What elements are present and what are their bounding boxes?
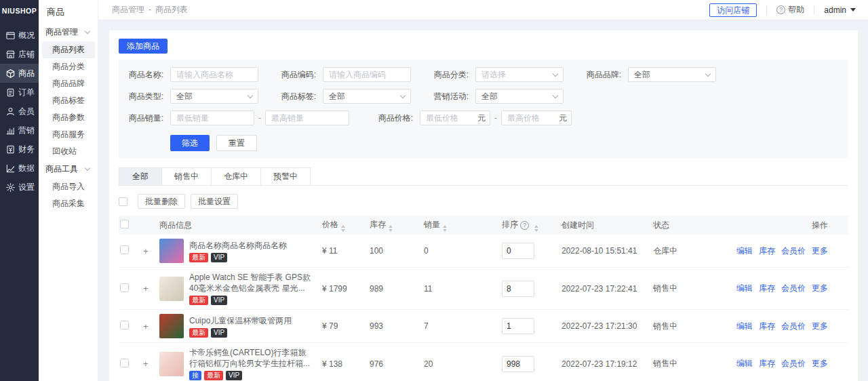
sidebar-item-finance[interactable]: 财务 [0,140,39,159]
tab-warning[interactable]: 预警中 [261,167,311,185]
sort-icon[interactable] [341,225,345,232]
action-edit[interactable]: 编辑 [736,246,753,256]
table-row: Apple Watch SE 智能手表 GPS款40毫米米金色铝金属表壳 星光.… [119,268,848,310]
sort-input[interactable] [502,356,534,372]
sidebar-item-goods[interactable]: 商品 [0,64,39,83]
cell-checkbox [119,310,142,343]
product-name[interactable]: Cuipo儿童保温杯带吸管两用 [189,315,292,326]
sidebar-item-goods-list[interactable]: 商品列表 [42,41,95,58]
sort-input[interactable] [502,318,534,334]
product-name-line: 商品名称商品名称商品名称 [189,240,287,251]
expand-toggle-icon[interactable] [143,321,149,332]
action-member-price[interactable]: 会员价 [781,246,806,256]
sidebar-item-shop[interactable]: 店铺 [0,45,39,64]
action-stock[interactable]: 库存 [759,283,775,293]
sort-icon[interactable] [389,225,393,232]
filter-label: 商品分类: [424,69,475,81]
row-checkbox[interactable] [120,245,129,254]
sidebar-item-goods-params[interactable]: 商品参数 [42,109,95,126]
nav-group-goods-tools[interactable]: 商品工具 [39,160,98,178]
sort-icon[interactable] [534,225,538,232]
sidebar-item-data[interactable]: 数据 [0,159,39,178]
row-checkbox[interactable] [120,321,129,329]
tab-on-sale[interactable]: 销售中 [162,167,212,185]
product-name[interactable]: Apple Watch SE 智能手表 GPS款40毫米米金色铝金属表壳 星光.… [189,272,311,294]
tab-all[interactable]: 全部 [119,167,162,185]
filter-reset-button[interactable]: 重置 [216,135,257,151]
sort-input[interactable] [502,243,534,259]
sidebar-item-goods-import[interactable]: 商品导入 [42,178,95,195]
row-checkbox[interactable] [120,283,129,292]
action-edit[interactable]: 编辑 [736,321,753,331]
add-product-button[interactable]: 添加商品 [119,39,167,54]
chevron-down-icon [553,71,558,76]
cell-actions: 编辑库存会员价更多 [723,343,848,381]
filter-select[interactable]: 全部 [628,67,716,82]
action-edit[interactable]: 编辑 [736,283,753,293]
column-header-stock[interactable]: 库存 [368,216,422,235]
sidebar-item-overview[interactable]: 概况 [0,26,39,45]
header-checkbox[interactable] [120,220,129,228]
sales-max-input[interactable] [265,111,349,125]
action-edit[interactable]: 编辑 [736,359,753,368]
select-all-checkbox[interactable] [119,197,127,206]
expand-toggle-icon[interactable] [143,283,149,294]
product-badges: 接最新VIP [189,371,310,380]
sidebar-item-orders[interactable]: 订单 [0,83,39,102]
product-name[interactable]: 卡帝乐鳄鱼(CARTELO)行李箱旅行箱铝框万向轮男女学生拉杆箱... [189,347,310,369]
action-stock[interactable]: 库存 [759,359,775,368]
column-header-sort[interactable]: 排序 [500,216,560,235]
action-stock[interactable]: 库存 [759,321,775,331]
question-circle-icon[interactable] [520,221,529,230]
batch-settings-button[interactable]: 批量设置 [191,194,238,209]
cell-sort [500,310,560,343]
action-more[interactable]: 更多 [812,246,828,256]
sidebar-item-goods-service[interactable]: 商品服务 [42,126,95,143]
filter-select[interactable]: 请选择 [475,67,564,82]
action-member-price[interactable]: 会员价 [781,283,806,293]
filter-submit-button[interactable]: 筛选 [170,135,210,151]
sidebar-item-goods-brand[interactable]: 商品品牌 [42,75,95,92]
sidebar-item-settings[interactable]: 设置 [0,178,39,197]
filter-input[interactable] [170,67,258,82]
sidebar-item-members[interactable]: 会员 [0,102,39,121]
cell-actions: 编辑库存会员价更多 [723,310,848,343]
action-member-price[interactable]: 会员价 [781,321,806,331]
filter-select[interactable]: 全部 [170,89,258,104]
breadcrumb-parent[interactable]: 商品管理 [112,5,144,14]
sidebar-item-goods-label[interactable]: 商品标签 [42,92,95,109]
tab-in-stock[interactable]: 仓库中 [212,167,261,185]
filter-input[interactable] [323,67,411,82]
column-header-price[interactable]: 价格 [321,216,368,235]
visit-shop-button[interactable]: 访问店铺 [709,3,757,17]
product-name[interactable]: 商品名称商品名称商品名称 [189,240,287,251]
sort-input[interactable] [502,281,534,297]
column-header-sales[interactable]: 销量 [422,216,500,235]
topbar-divider [814,5,814,14]
action-more[interactable]: 更多 [812,283,828,293]
action-more[interactable]: 更多 [812,359,828,368]
batch-delete-button[interactable]: 批量删除 [138,194,185,209]
help-menu[interactable]: 帮助 [776,4,804,16]
expand-toggle-icon[interactable] [143,359,149,369]
filter-select[interactable]: 全部 [475,89,564,104]
sidebar-item-goods-category[interactable]: 商品分类 [42,58,95,75]
sidebar-item-marketing[interactable]: 营销 [0,121,39,140]
nav-group-goods-manage[interactable]: 商品管理 [39,23,98,41]
sidebar-item-goods-collect[interactable]: 商品采集 [42,195,95,212]
sort-icon[interactable] [443,225,447,232]
filter-select[interactable]: 全部 [323,89,411,104]
user-menu[interactable]: admin [824,5,856,15]
expand-toggle-icon[interactable] [143,246,149,256]
row-checkbox[interactable] [120,359,129,367]
cell-checkbox [119,343,142,381]
breadcrumb: 商品管理-商品列表 [112,4,188,16]
action-more[interactable]: 更多 [812,321,828,331]
cell-stock: 100 [368,235,422,268]
action-stock[interactable]: 库存 [759,246,775,256]
sidebar-item-recycle-bin[interactable]: 回收站 [42,143,95,160]
sidebar-item-label: 会员 [18,106,35,117]
sales-min-input[interactable] [170,111,254,125]
cell-product-info: Cuipo儿童保温杯带吸管两用最新VIP [158,310,321,343]
action-member-price[interactable]: 会员价 [781,359,806,368]
